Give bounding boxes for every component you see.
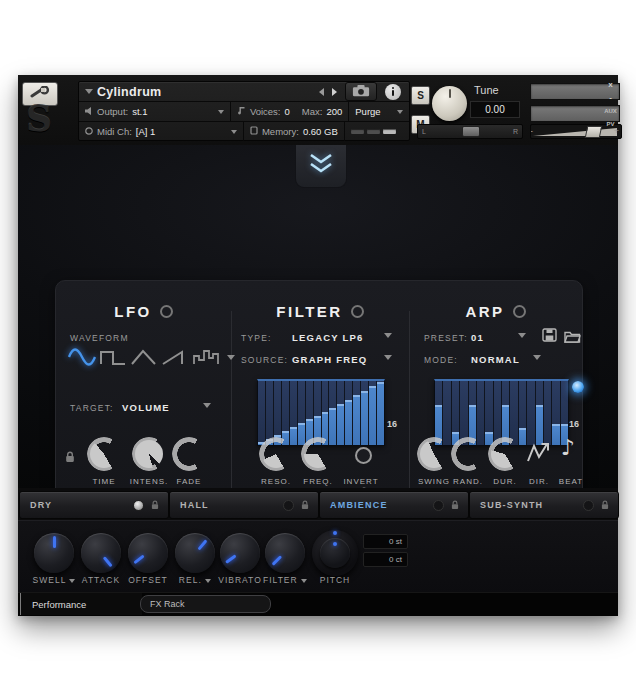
lfo-intensity-knob[interactable] (132, 437, 166, 471)
lfo-fade-knob[interactable] (172, 437, 206, 471)
filter-graph-freq-step[interactable] (314, 381, 321, 445)
fx-enable-led[interactable] (133, 500, 144, 511)
pitch-knob[interactable] (312, 530, 358, 576)
arp-pattern-graph[interactable] (434, 379, 569, 446)
fx-tab-ambience[interactable]: AMBIENCE (319, 491, 469, 519)
filter-invert-toggle[interactable] (355, 447, 372, 464)
arp-velocity-pattern-step[interactable] (552, 381, 559, 445)
tab-performance[interactable]: Performance (20, 593, 142, 615)
arp-velocity-pattern-step[interactable] (452, 381, 459, 445)
fx-tab-sub-synth[interactable]: SUB-SYNTH (469, 491, 619, 519)
tune-value[interactable]: 0.00 (470, 101, 520, 118)
purge-menu[interactable]: Purge (349, 102, 409, 121)
pitch-semitones-value[interactable]: 0 st (363, 534, 408, 549)
minimize-button[interactable]: - (609, 93, 612, 103)
arp-velocity-pattern-step[interactable] (469, 381, 476, 445)
arp-random-knob[interactable] (451, 437, 485, 471)
filter-source-caret-icon[interactable] (384, 355, 392, 360)
fx-lock-icon[interactable] (151, 496, 159, 514)
midi-caret-icon[interactable] (231, 130, 237, 134)
next-instrument-icon[interactable] (332, 88, 337, 96)
release-knob[interactable] (175, 533, 215, 573)
arp-mode-caret-icon[interactable] (533, 355, 541, 360)
filter-resonance-knob[interactable] (259, 437, 293, 471)
attack-knob[interactable] (81, 533, 121, 573)
collapse-panel-tab[interactable] (295, 145, 347, 188)
arp-preset-caret-icon[interactable] (518, 333, 526, 338)
lfo-power-toggle[interactable] (160, 305, 173, 318)
filter-graph-freq-step[interactable] (322, 381, 329, 445)
midi-channel-select[interactable]: Midi Ch: [A] 1 (79, 122, 244, 141)
max-voices-value[interactable]: 200 (326, 106, 342, 117)
previous-instrument-icon[interactable] (319, 88, 324, 96)
filter-graph-freq-step[interactable] (306, 381, 313, 445)
filter-graph-freq-step[interactable] (337, 381, 344, 445)
output-caret-icon[interactable] (218, 110, 224, 114)
fx-lock-icon[interactable] (601, 496, 609, 514)
pitch-knob-inner[interactable] (320, 538, 350, 568)
pitch-cents-value[interactable]: 0 ct (363, 552, 408, 567)
arp-velocity-pattern-step[interactable] (536, 381, 543, 445)
filter-graph-freq-step[interactable] (298, 381, 305, 445)
filter-frequency-knob[interactable] (301, 437, 335, 471)
fx-tab-dry[interactable]: DRY (19, 491, 169, 519)
filter-power-toggle[interactable] (351, 305, 364, 318)
fx-lock-icon[interactable] (451, 496, 459, 514)
volume-handle[interactable] (585, 126, 603, 138)
arp-velocity-pattern-step[interactable] (477, 381, 484, 445)
lfo-lock-icon[interactable] (65, 449, 75, 467)
snapshot-camera-button[interactable] (345, 82, 377, 101)
arp-power-toggle[interactable] (513, 305, 526, 318)
arp-beat-note-icon[interactable]: ♪ (561, 435, 575, 460)
arp-velocity-pattern-step[interactable] (494, 381, 501, 445)
arp-duration-knob[interactable] (488, 437, 522, 471)
arp-swing-knob[interactable] (417, 437, 451, 471)
triangle-wave-icon[interactable] (130, 345, 158, 369)
tab-fx-rack[interactable]: FX Rack (140, 595, 271, 613)
fx-enable-led[interactable] (283, 500, 294, 511)
load-preset-folder-icon[interactable] (564, 329, 581, 347)
instrument-title-cell[interactable]: Cylindrum (79, 82, 319, 101)
arp-velocity-pattern-step[interactable] (519, 381, 526, 445)
arp-velocity-pattern-step[interactable] (443, 381, 450, 445)
arp-velocity-pattern-step[interactable] (544, 381, 551, 445)
lfo-time-knob[interactable] (87, 437, 121, 471)
filter-graph-freq-step[interactable] (290, 381, 297, 445)
arp-direction-icon[interactable] (526, 439, 553, 470)
filter-graph-freq-step[interactable] (369, 381, 376, 445)
pan-handle[interactable] (462, 126, 480, 137)
filter-graph-freq-step[interactable] (353, 381, 360, 445)
filter-graph-freq-step[interactable] (345, 381, 352, 445)
filter-graph-freq-step[interactable] (282, 381, 289, 445)
arp-velocity-pattern-step[interactable] (502, 381, 509, 445)
offset-knob[interactable] (128, 533, 168, 573)
pv-button[interactable]: PV (606, 119, 614, 129)
arp-velocity-pattern-step[interactable] (460, 381, 467, 445)
waveform-caret-icon[interactable] (227, 355, 235, 360)
arp-mode-value[interactable]: NORMAL (471, 354, 520, 365)
volume-minus[interactable]: - (530, 126, 533, 136)
filter-graph-freq-step[interactable] (266, 381, 273, 445)
filter-type-value[interactable]: LEGACY LP6 (292, 332, 363, 343)
tune-knob[interactable] (432, 86, 467, 121)
arp-velocity-pattern-step[interactable] (527, 381, 534, 445)
saw-wave-icon[interactable] (161, 345, 189, 369)
vibrato-knob[interactable] (220, 533, 260, 573)
arp-velocity-pattern-step[interactable] (435, 381, 442, 445)
fx-lock-icon[interactable] (301, 496, 309, 514)
fx-enable-led[interactable] (583, 500, 594, 511)
filter-graph-freq-step[interactable] (329, 381, 336, 445)
square-wave-icon[interactable] (99, 345, 127, 369)
arp-preset-value[interactable]: 01 (471, 332, 484, 343)
instrument-collapse-caret-icon[interactable] (85, 89, 93, 94)
filter-graph[interactable] (257, 379, 385, 446)
filter-graph-freq-step[interactable] (274, 381, 281, 445)
sine-wave-icon[interactable] (68, 345, 96, 369)
aux-button[interactable]: AUX (604, 106, 617, 116)
arp-velocity-pattern-step[interactable] (485, 381, 492, 445)
output-select[interactable]: Output: st.1 (79, 102, 231, 121)
filter-perf-knob[interactable] (265, 533, 305, 573)
random-wave-icon[interactable] (192, 345, 220, 369)
swell-knob[interactable] (34, 533, 74, 573)
save-preset-icon[interactable] (542, 328, 557, 346)
